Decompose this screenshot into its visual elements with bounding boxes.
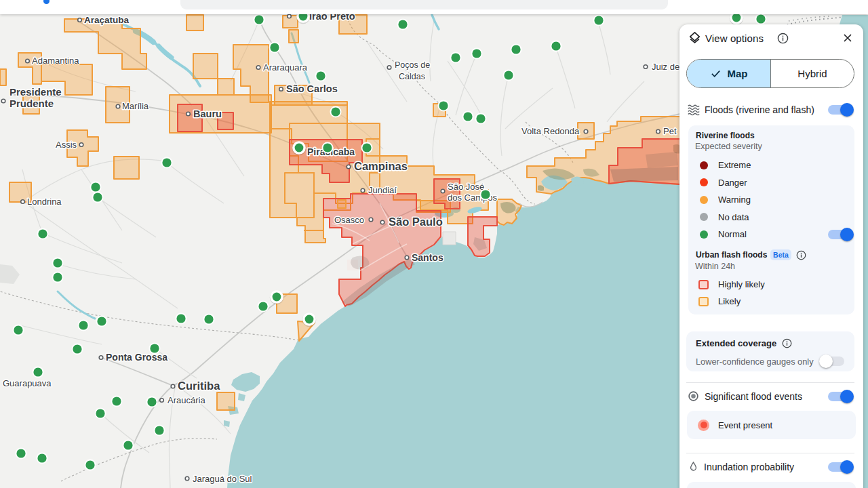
svg-text:Adamantina: Adamantina: [32, 56, 79, 66]
svg-text:Araucária: Araucária: [167, 395, 205, 405]
svg-text:Volta Redonda: Volta Redonda: [521, 126, 580, 136]
svg-text:Araraquara: Araraquara: [263, 62, 308, 73]
svg-text:Poços de: Poços de: [395, 60, 430, 70]
svg-text:Jundiaí: Jundiaí: [368, 185, 397, 195]
svg-text:Pet: Pet: [663, 126, 677, 136]
svg-text:Campinas: Campinas: [354, 160, 408, 172]
svg-text:Osasco: Osasco: [334, 215, 364, 225]
svg-text:Bauru: Bauru: [193, 108, 222, 119]
svg-text:São Carlos: São Carlos: [286, 83, 338, 94]
svg-text:Araçatuba: Araçatuba: [84, 15, 130, 25]
svg-text:Jaraguá do Sul: Jaraguá do Sul: [193, 474, 252, 484]
svg-text:Assis: Assis: [56, 140, 77, 150]
svg-text:Prudente: Prudente: [9, 98, 54, 109]
svg-text:São José: São José: [448, 182, 484, 192]
svg-text:Londrina: Londrina: [27, 197, 62, 207]
svg-text:Caldas: Caldas: [399, 72, 425, 81]
svg-text:Marília: Marília: [122, 101, 149, 111]
svg-text:Presidente: Presidente: [9, 86, 62, 98]
svg-text:Santos: Santos: [412, 252, 443, 263]
svg-text:Guarapuava: Guarapuava: [3, 378, 52, 388]
svg-text:Curitiba: Curitiba: [178, 380, 220, 392]
svg-text:São Paulo: São Paulo: [389, 216, 443, 228]
svg-text:Juiz de: Juiz de: [652, 62, 679, 72]
svg-text:Ponta Grossa: Ponta Grossa: [106, 352, 167, 363]
